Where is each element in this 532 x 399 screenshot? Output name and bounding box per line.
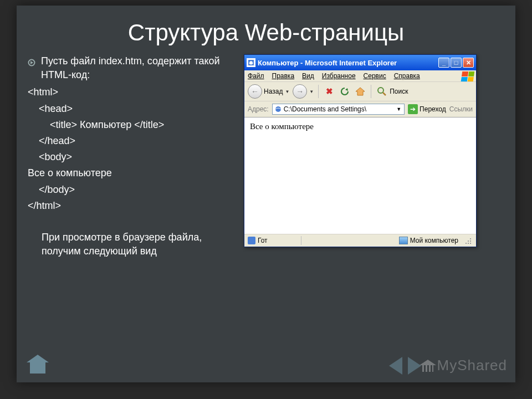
code-line: <html> [28, 84, 238, 100]
menu-tools[interactable]: Сервис [364, 72, 386, 80]
address-label: Адрес: [248, 105, 269, 113]
separator [301, 236, 301, 245]
ie-icon [247, 58, 255, 67]
titlebar: Компьютер - Microsoft Internet Explorer … [244, 55, 476, 70]
page-icon [274, 105, 282, 113]
search-label: Поиск [390, 88, 408, 95]
watermark-text: MyShared [437, 357, 508, 374]
statusbar: Гот Мой компьютер [244, 234, 476, 247]
bullet-icon [28, 57, 35, 70]
svg-point-6 [275, 106, 281, 112]
status-zone: Мой компьютер [399, 237, 458, 244]
refresh-button[interactable] [339, 85, 351, 98]
chevron-down-icon: ▼ [309, 89, 314, 94]
watermark: MyShared [420, 357, 508, 374]
separator [318, 85, 319, 98]
menu-edit[interactable]: Правка [272, 72, 295, 80]
code-line: </html> [28, 198, 238, 214]
home-button[interactable] [354, 85, 366, 98]
addressbar: Адрес: C:\Documents and Settings\ ▼ ➔ Пе… [244, 101, 476, 117]
page-body-text: Все о компьютере [250, 122, 314, 131]
go-button[interactable]: ➔ Переход [408, 104, 446, 114]
close-button[interactable]: ✕ [463, 58, 474, 68]
ie-small-icon [248, 237, 255, 244]
bullet-text: Пусть файл index.htm, содержит такой HTM… [41, 54, 238, 82]
go-arrow-icon: ➔ [408, 104, 418, 114]
window-title: Компьютер - Microsoft Internet Explorer [258, 59, 438, 67]
note-text: При просмотре в браузере файла, получим … [28, 214, 238, 258]
menu-file[interactable]: Файл [248, 72, 264, 80]
back-label: Назад [264, 88, 283, 95]
window-buttons: _ □ ✕ [438, 58, 474, 68]
windows-flag-icon [461, 71, 475, 81]
code-line: <body> [28, 149, 238, 165]
svg-point-3 [378, 88, 383, 93]
content-area: Пусть файл index.htm, содержит такой HTM… [17, 54, 515, 258]
search-button[interactable]: Поиск [376, 85, 408, 98]
prev-slide-button[interactable] [389, 357, 402, 375]
address-dropdown-icon[interactable]: ▼ [395, 106, 402, 112]
forward-icon: → [293, 84, 307, 99]
code-line: </body> [28, 182, 238, 198]
search-icon [376, 85, 388, 98]
separator [371, 85, 371, 98]
toolbar: ← Назад ▼ → ▼ ✖ [244, 82, 476, 101]
address-value: C:\Documents and Settings\ [284, 105, 393, 113]
code-line: Все о компьютере [28, 165, 238, 181]
address-input[interactable]: C:\Documents and Settings\ ▼ [272, 104, 405, 115]
forward-button[interactable]: → ▼ [293, 84, 314, 99]
zone-text: Мой компьютер [410, 237, 458, 244]
browser-window: Компьютер - Microsoft Internet Explorer … [244, 54, 477, 247]
home-nav-button[interactable] [27, 355, 49, 375]
code-line: </head> [28, 133, 238, 149]
page-content: Все о компьютере [244, 117, 476, 234]
svg-line-4 [383, 93, 386, 95]
slide-nav [389, 357, 421, 375]
stop-button[interactable]: ✖ [323, 85, 335, 98]
resize-grip[interactable] [465, 237, 473, 244]
menu-help[interactable]: Справка [394, 72, 420, 80]
links-label[interactable]: Ссылки [449, 105, 473, 113]
menu-view[interactable]: Вид [302, 72, 314, 80]
code-line: <title> Компьютер </title> [28, 117, 238, 133]
chevron-down-icon: ▼ [285, 89, 289, 94]
status-text: Гот [258, 237, 268, 244]
menu-favorites[interactable]: Избранное [322, 72, 356, 80]
slide-frame: Структура Web-страницы Пусть файл index.… [17, 6, 515, 382]
right-column: Компьютер - Microsoft Internet Explorer … [238, 54, 504, 258]
watermark-icon [420, 360, 436, 373]
status-left: Гот [248, 237, 298, 244]
my-computer-icon [399, 237, 408, 244]
go-label: Переход [420, 105, 446, 113]
back-icon: ← [248, 84, 262, 99]
code-line: <head> [28, 101, 238, 117]
left-column: Пусть файл index.htm, содержит такой HTM… [28, 54, 238, 258]
minimize-button[interactable]: _ [438, 58, 449, 68]
menubar: Файл Правка Вид Избранное Сервис Справка [244, 70, 476, 82]
maximize-button[interactable]: □ [451, 58, 462, 68]
bullet-item: Пусть файл index.htm, содержит такой HTM… [28, 54, 238, 82]
slide-title: Структура Web-страницы [17, 6, 515, 54]
back-button[interactable]: ← Назад ▼ [248, 84, 289, 99]
